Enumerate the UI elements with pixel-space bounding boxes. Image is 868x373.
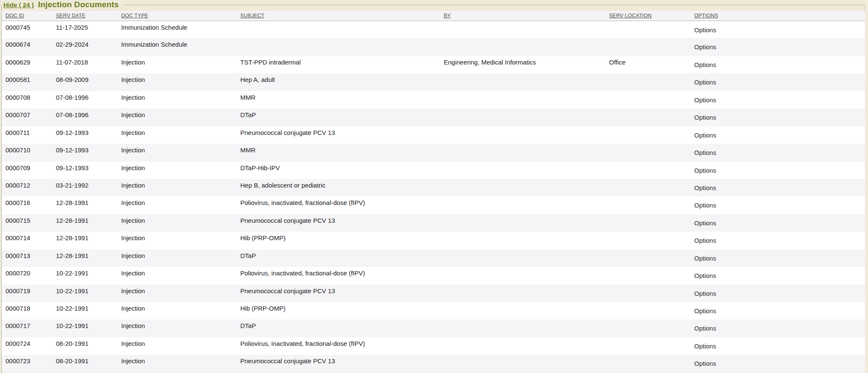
cell-serv-location (609, 320, 694, 337)
cell-options: Options (694, 126, 865, 144)
cell-doc-id: 0000709 (2, 162, 56, 179)
cell-doc-id: 0000717 (2, 320, 56, 337)
cell-options: Options (694, 285, 865, 302)
options-button[interactable]: Options (694, 132, 716, 139)
options-button[interactable]: Options (694, 202, 716, 209)
cell-serv-date: 10-22-1991 (56, 285, 121, 302)
cell-by (444, 144, 609, 161)
cell-subject: Pneumococcal conjugate PCV 13 (240, 285, 444, 302)
cell-options: Options (694, 21, 865, 38)
table-row: 0000711 09-12-1993 Injection Pneumococca… (2, 126, 865, 144)
column-header-serv-location[interactable]: SERV LOCATION (609, 11, 694, 21)
cell-options: Options (694, 302, 865, 320)
cell-serv-date: 09-12-1993 (56, 126, 121, 144)
cell-by (444, 285, 609, 302)
cell-options: Options (694, 267, 865, 284)
cell-serv-location (609, 91, 694, 109)
cell-doc-type: Immunization Schedule (121, 38, 240, 56)
cell-options: Options (694, 38, 865, 56)
table-row: 0000716 12-28-1991 Injection Poliovirus,… (2, 196, 865, 214)
column-header-doc-id-label[interactable]: DOC ID (6, 13, 24, 19)
options-button[interactable]: Options (694, 61, 716, 68)
column-header-subject-label[interactable]: SUBJECT (240, 13, 264, 19)
cell-serv-location (609, 232, 694, 249)
options-button[interactable]: Options (694, 167, 716, 174)
options-button[interactable]: Options (694, 149, 716, 156)
cell-by (444, 267, 609, 284)
cell-subject: Hib (PRP-OMP) (240, 302, 444, 320)
options-button[interactable]: Options (694, 272, 716, 279)
options-button[interactable]: Options (694, 360, 716, 367)
cell-subject (240, 21, 444, 38)
cell-serv-location (609, 196, 694, 214)
cell-by (444, 214, 609, 232)
options-button[interactable]: Options (694, 255, 716, 262)
column-header-serv-date[interactable]: SERV DATE (56, 11, 121, 21)
column-header-doc-type[interactable]: DOC TYPE (121, 11, 240, 21)
cell-serv-location (609, 355, 694, 372)
cell-options: Options (694, 214, 865, 232)
cell-serv-date: 12-28-1991 (56, 196, 121, 214)
hide-toggle-link[interactable]: Hide ( 24 ) (3, 1, 34, 8)
cell-serv-date: 02-29-2024 (56, 38, 121, 56)
cell-serv-location (609, 250, 694, 267)
column-header-by[interactable]: BY (444, 11, 609, 21)
cell-serv-date: 09-12-1993 (56, 162, 121, 179)
column-header-options[interactable]: OPTIONS (694, 11, 865, 21)
column-header-doc-type-label[interactable]: DOC TYPE (121, 13, 148, 19)
options-button[interactable]: Options (694, 43, 716, 50)
cell-options: Options (694, 162, 865, 179)
cell-serv-date: 12-28-1991 (56, 232, 121, 249)
cell-subject: DTaP (240, 320, 444, 337)
table-row: 0000724 08-20-1991 Injection Poliovirus,… (2, 337, 865, 355)
cell-serv-location (609, 38, 694, 56)
cell-serv-location (609, 179, 694, 196)
cell-doc-type: Injection (121, 250, 240, 267)
options-button[interactable]: Options (694, 290, 716, 297)
column-header-serv-date-label[interactable]: SERV DATE (56, 13, 86, 19)
cell-by (444, 91, 609, 109)
cell-doc-id: 0000716 (2, 196, 56, 214)
cell-serv-location: Office (609, 56, 694, 73)
cell-serv-date: 10-22-1991 (56, 267, 121, 284)
table-row: 0000707 07-08-1996 Injection DTaP Option… (2, 109, 865, 126)
column-header-subject[interactable]: SUBJECT (240, 11, 444, 21)
column-header-by-label[interactable]: BY (444, 13, 451, 19)
cell-by (444, 162, 609, 179)
column-header-doc-id[interactable]: DOC ID (2, 11, 56, 21)
cell-doc-id: 0000714 (2, 232, 56, 249)
options-button[interactable]: Options (694, 114, 716, 121)
cell-subject: DTaP (240, 109, 444, 126)
column-header-options-label[interactable]: OPTIONS (694, 13, 718, 19)
options-button[interactable]: Options (694, 219, 716, 227)
cell-doc-type: Injection (121, 337, 240, 355)
options-button[interactable]: Options (694, 325, 716, 332)
cell-subject: MMR (240, 91, 444, 109)
cell-doc-type: Injection (121, 109, 240, 126)
table-row: 0000712 03-21-1992 Injection Hep B, adol… (2, 179, 865, 196)
cell-doc-type: Injection (121, 302, 240, 320)
column-header-serv-location-label[interactable]: SERV LOCATION (609, 13, 651, 19)
cell-doc-id: 0000745 (2, 21, 56, 38)
cell-options: Options (694, 179, 865, 196)
options-button[interactable]: Options (694, 307, 716, 314)
cell-doc-type: Injection (121, 73, 240, 91)
options-button[interactable]: Options (694, 79, 716, 86)
cell-subject: Poliovirus, inactivated, fractional-dose… (240, 337, 444, 355)
cell-doc-id: 0000713 (2, 250, 56, 267)
options-button[interactable]: Options (694, 26, 716, 34)
options-button[interactable]: Options (694, 96, 716, 104)
cell-serv-date: 09-12-1993 (56, 144, 121, 161)
panel-legend: Hide ( 24 ) Injection Documents (2, 0, 123, 10)
table-row: 0000714 12-28-1991 Injection Hib (PRP-OM… (2, 232, 865, 249)
table-row: 0000629 11-07-2018 Injection TST-PPD int… (2, 56, 865, 73)
options-button[interactable]: Options (694, 342, 716, 350)
cell-serv-location (609, 162, 694, 179)
cell-serv-location (609, 73, 694, 91)
cell-doc-id: 0000710 (2, 144, 56, 161)
cell-subject: DTaP-Hib-IPV (240, 162, 444, 179)
options-button[interactable]: Options (694, 184, 716, 191)
options-button[interactable]: Options (694, 237, 716, 244)
cell-doc-id: 0000674 (2, 38, 56, 56)
cell-subject: DTaP (240, 250, 444, 267)
